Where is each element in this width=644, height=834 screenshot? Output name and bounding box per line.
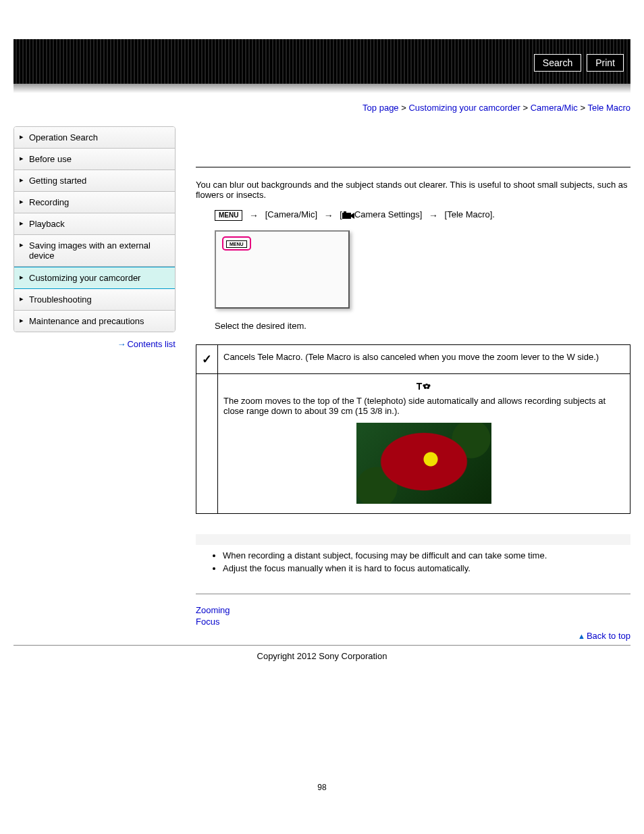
nav-list: Operation Search Before use Getting star… [14, 126, 176, 332]
arrow-right-icon: → [117, 339, 126, 349]
sample-photo [356, 423, 491, 504]
related-topics: Zooming Focus [196, 605, 630, 627]
related-link[interactable]: Zooming [196, 605, 630, 615]
arrow-right-icon: → [324, 210, 333, 221]
table-row: ✓ Cancels Tele Macro. (Tele Macro is als… [196, 344, 630, 373]
options-table: ✓ Cancels Tele Macro. (Tele Macro is als… [196, 344, 630, 514]
lcd-screen-illustration: MENU [215, 230, 350, 309]
page-number: 98 [14, 783, 630, 792]
breadcrumb-link[interactable]: Customizing your camcorder [408, 103, 520, 113]
instruction-text: Select the desired item. [215, 321, 630, 331]
arrow-right-icon: → [249, 210, 259, 221]
flower-icon [422, 382, 431, 391]
sidebar-item-operation-search[interactable]: Operation Search [14, 127, 175, 149]
sidebar-item-playback[interactable]: Playback [14, 213, 175, 235]
triangle-up-icon: ▲ [578, 632, 585, 640]
checkmark-icon: ✓ [202, 353, 212, 366]
back-to-top: ▲Back to top [196, 631, 630, 641]
note-item: Adjust the focus manually when it is har… [223, 563, 630, 573]
breadcrumb-sep: > [580, 103, 585, 113]
path-segment: [Camera Settings] [340, 209, 425, 219]
back-to-top-link[interactable]: Back to top [587, 631, 630, 641]
sidebar-item-recording[interactable]: Recording [14, 192, 175, 213]
header-band: Search Print [14, 39, 630, 84]
arrow-right-icon: → [429, 210, 438, 221]
related-link[interactable]: Focus [196, 617, 630, 627]
sidebar-item-before-use[interactable]: Before use [14, 149, 175, 170]
contents-list-container: →Contents list [14, 339, 176, 349]
breadcrumb-current: Tele Macro [587, 103, 630, 113]
sidebar-item-customizing[interactable]: Customizing your camcorder [14, 267, 175, 289]
copyright-text: Copyright 2012 Sony Corporation [14, 645, 630, 661]
main-content: You can blur out backgrounds and the sub… [196, 126, 630, 641]
option-text-cell: Cancels Tele Macro. (Tele Macro is also … [218, 344, 630, 373]
path-segment: [Tele Macro]. [445, 209, 495, 219]
divider [196, 167, 630, 167]
svg-point-8 [426, 385, 428, 387]
option-text-cell: T The zoom moves to the top of the T (te… [218, 373, 630, 513]
option-icon-cell [196, 373, 218, 513]
divider [196, 594, 630, 594]
option-icon-cell: ✓ [196, 344, 218, 373]
option-description: The zoom moves to the top of the T (tele… [223, 396, 624, 416]
print-button[interactable]: Print [587, 54, 624, 72]
sidebar: Operation Search Before use Getting star… [14, 126, 176, 349]
breadcrumb-sep: > [401, 103, 406, 113]
tele-macro-icon: T [417, 381, 432, 392]
path-segment: [Camera/Mic] [265, 209, 317, 219]
breadcrumb-link[interactable]: Camera/Mic [531, 103, 578, 113]
menu-path: MENU → [Camera/Mic] → [Camera Settings] … [215, 209, 630, 221]
intro-text: You can blur out backgrounds and the sub… [196, 180, 630, 200]
note-item: When recording a distant subject, focusi… [223, 550, 630, 561]
search-button[interactable]: Search [534, 54, 581, 72]
menu-button-icon: MENU [215, 210, 242, 221]
sidebar-item-getting-started[interactable]: Getting started [14, 170, 175, 192]
menu-highlight: MENU [222, 236, 251, 251]
notes-heading-band [196, 534, 630, 545]
table-row: T The zoom moves to the top of the T (te… [196, 373, 630, 513]
breadcrumb-link[interactable]: Top page [363, 103, 399, 113]
sidebar-item-maintenance[interactable]: Maintenance and precautions [14, 311, 175, 332]
breadcrumb-sep: > [523, 103, 529, 113]
menu-button-icon: MENU [226, 240, 247, 248]
svg-rect-2 [344, 211, 346, 213]
svg-rect-0 [342, 213, 351, 219]
notes-list: When recording a distant subject, focusi… [196, 550, 630, 573]
sidebar-item-troubleshooting[interactable]: Troubleshooting [14, 289, 175, 311]
sidebar-item-saving-images[interactable]: Saving images with an external device [14, 235, 175, 267]
contents-list-link[interactable]: Contents list [127, 339, 176, 349]
breadcrumb: Top page > Customizing your camcorder > … [14, 103, 630, 113]
camera-settings-icon [342, 211, 354, 219]
